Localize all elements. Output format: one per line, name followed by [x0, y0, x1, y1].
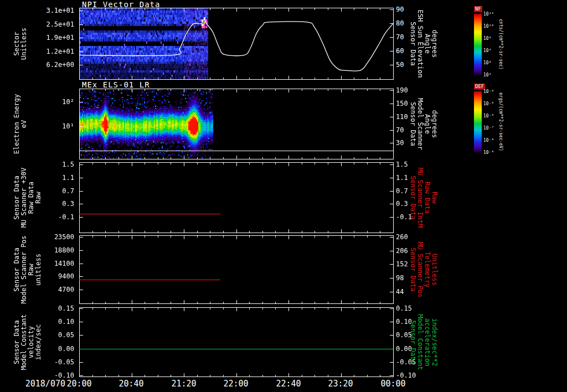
right-axis-label-model-constant-velocity: Model Constant: [416, 314, 424, 370]
x-tick-mark: [132, 308, 132, 311]
x-tick-mark: [197, 308, 198, 310]
x-tick-mark: [354, 302, 354, 303]
science-plot-screen: NPI Vector Data MEx ELS-01 LR 2018/070 2…: [0, 0, 567, 392]
x-tick-mark: [184, 373, 184, 376]
x-tick-mark: [315, 163, 315, 164]
y-tick-label-els: 10²: [40, 98, 74, 106]
x-tick-mark: [249, 8, 250, 10]
y-tick-label-mu-scanner-30v: -0.1: [40, 213, 74, 221]
colorbar1-gradient: [474, 14, 482, 75]
x-tick-mark: [302, 163, 302, 164]
x-tick-mark: [171, 78, 171, 79]
x-tick-mark: [236, 76, 237, 79]
right-tick-label-npi: 60: [396, 47, 404, 55]
y-tick-mark: [390, 264, 393, 265]
x-tick-mark: [354, 157, 354, 159]
x-tick-mark: [118, 157, 119, 159]
x-tick-mark: [341, 308, 342, 311]
colorbar-tick-label: 10⁸: [483, 36, 491, 41]
panel-box-model-scanner-pos: [79, 235, 394, 304]
x-tick-mark: [118, 89, 119, 91]
x-tick-mark: [118, 231, 119, 233]
x-tick-mark: [328, 375, 328, 376]
x-tick-mark: [341, 373, 342, 376]
y-axis-label-model-scanner-pos: unitless: [34, 254, 42, 286]
x-tick-mark: [132, 163, 132, 166]
x-tick-mark: [184, 300, 184, 303]
x-tick-mark: [367, 163, 368, 164]
x-tick-mark: [79, 236, 80, 239]
x-tick-mark: [393, 236, 394, 239]
x-tick-mark: [118, 375, 119, 376]
x-tick-mark: [275, 375, 276, 376]
y-tick-mark: [80, 237, 83, 238]
colorbar-tick-label: 10²: [483, 73, 491, 78]
x-tick-mark: [184, 156, 184, 159]
y-tick-mark: [390, 292, 393, 292]
x-tick-mark: [210, 231, 210, 233]
x-tick-mark: [315, 302, 315, 303]
x-tick-mark: [354, 308, 354, 310]
x-tick-mark: [341, 89, 342, 92]
right-tick-label-npi: 70: [396, 33, 404, 41]
x-tick-mark: [328, 302, 328, 303]
colorbar-tick-label: 10⁶: [483, 48, 491, 53]
x-tick-mark: [380, 375, 380, 376]
y-tick-label-model-constant-velocity: 0.05: [40, 331, 74, 339]
y-tick-label-mu-scanner-30v: 0.3: [40, 200, 74, 208]
x-tick-mark: [236, 373, 237, 376]
x-tick-mark: [380, 302, 380, 303]
x-tick-mark: [92, 231, 93, 233]
x-tick-mark: [262, 375, 263, 376]
x-tick-mark: [328, 78, 328, 79]
x-tick-mark: [210, 8, 210, 10]
y-axis-label-els: eV: [20, 120, 28, 127]
right-tick-label-mu-scanner-30v: 0.7: [396, 187, 408, 195]
x-tick-mark: [393, 308, 394, 311]
y-tick-mark: [390, 143, 393, 143]
x-tick-mark: [158, 89, 158, 91]
y-tick-label-npi: 1.2e+01: [40, 48, 74, 55]
right-tick-label-model-scanner-pos: 152: [396, 260, 408, 268]
y-tick-mark: [80, 276, 83, 277]
x-tick-label-5: 22:40: [271, 379, 306, 389]
x-tick-mark: [262, 157, 263, 159]
x-tick-mark: [105, 89, 106, 91]
x-tick-mark: [249, 163, 250, 164]
right-axis-label-els: degrees: [431, 110, 439, 138]
x-tick-mark: [302, 8, 302, 10]
x-tick-mark: [249, 308, 250, 310]
y-tick-mark: [80, 178, 83, 178]
y-axis-label-mu-scanner-30v: Sensor Data: [13, 176, 20, 219]
right-axis-label-els: Sensor Data: [409, 102, 417, 146]
y-tick-label-model-scanner-pos: 14100: [40, 260, 74, 267]
x-tick-mark: [393, 229, 394, 233]
y-tick-label-npi: 1.9e+01: [40, 34, 74, 42]
x-tick-mark: [262, 308, 263, 310]
x-tick-mark: [275, 89, 276, 91]
x-tick-mark: [184, 89, 184, 92]
x-tick-mark: [210, 375, 210, 376]
x-tick-label-6: 23:20: [323, 379, 358, 389]
x-tick-mark: [380, 78, 380, 79]
x-tick-mark: [171, 236, 171, 238]
colorbar1-units-label: cnts/(cm**2-sr-sec): [498, 19, 503, 70]
x-tick-mark: [184, 229, 184, 233]
x-tick-mark: [288, 76, 289, 79]
right-axis-label-els: Model Scanner: [416, 98, 424, 150]
y-tick-label-model-constant-velocity: 0.15: [40, 305, 74, 312]
y-axis-label-model-constant-velocity: Sensor Data: [13, 320, 20, 364]
x-tick-mark: [302, 375, 302, 376]
x-tick-mark: [158, 157, 158, 159]
x-tick-mark: [262, 302, 263, 303]
x-tick-mark: [288, 300, 289, 303]
x-tick-mark: [92, 78, 93, 79]
x-tick-mark: [105, 8, 106, 10]
right-tick-label-model-constant-velocity: -0.10: [396, 372, 416, 379]
overlay-line-els: [80, 151, 393, 151]
x-tick-mark: [341, 300, 342, 303]
y-tick-mark: [80, 164, 83, 165]
y-axis-label-model-constant-velocity: Model Constant: [20, 314, 28, 370]
colorbar-tick-label: 10⁻⁷: [483, 126, 494, 131]
x-tick-mark: [132, 89, 132, 92]
